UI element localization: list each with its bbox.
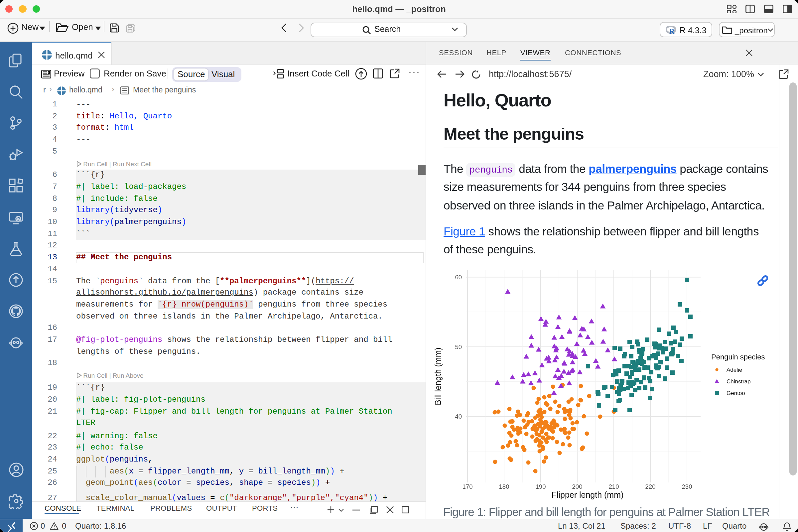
svg-text:Penguin species: Penguin species (711, 353, 765, 361)
svg-text:40: 40 (455, 413, 462, 420)
svg-text:180: 180 (499, 483, 509, 490)
svg-text:190: 190 (536, 483, 546, 490)
svg-text:210: 210 (609, 483, 619, 490)
svg-text:Bill length (mm): Bill length (mm) (433, 347, 442, 405)
svg-text:Adelie: Adelie (726, 367, 742, 373)
svg-text:60: 60 (455, 274, 462, 281)
svg-text:170: 170 (462, 483, 473, 490)
svg-text:220: 220 (645, 483, 656, 490)
svg-text:200: 200 (572, 483, 583, 490)
svg-text:Chinstrap: Chinstrap (726, 378, 751, 385)
svg-text:Flipper length (mm): Flipper length (mm) (552, 490, 624, 499)
svg-text:50: 50 (455, 343, 462, 350)
svg-text:R: R (669, 27, 674, 34)
svg-text:230: 230 (682, 483, 692, 490)
svg-text:Gentoo: Gentoo (726, 390, 745, 396)
